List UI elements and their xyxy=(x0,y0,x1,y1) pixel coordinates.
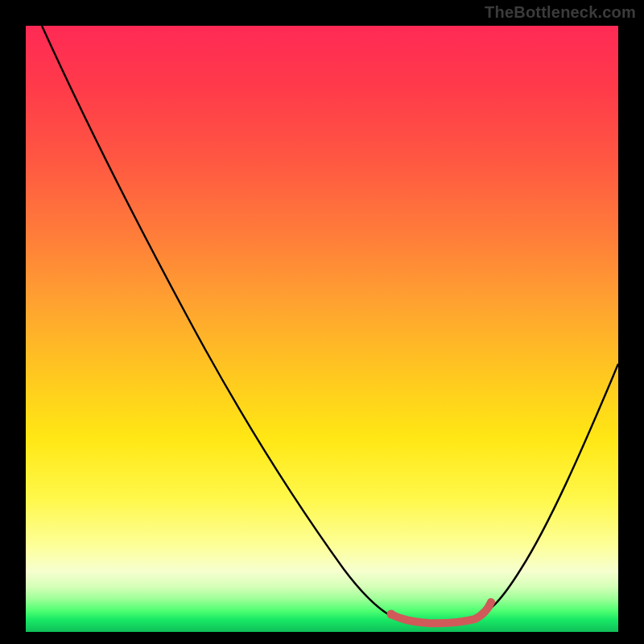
plot-area xyxy=(26,26,618,632)
watermark-text: TheBottleneck.com xyxy=(485,3,636,22)
optimal-range-start-dot xyxy=(387,610,396,619)
optimal-range-marker xyxy=(391,602,491,623)
curves-svg xyxy=(26,26,618,632)
bottleneck-curve xyxy=(42,26,618,624)
chart-stage: TheBottleneck.com xyxy=(0,0,644,644)
